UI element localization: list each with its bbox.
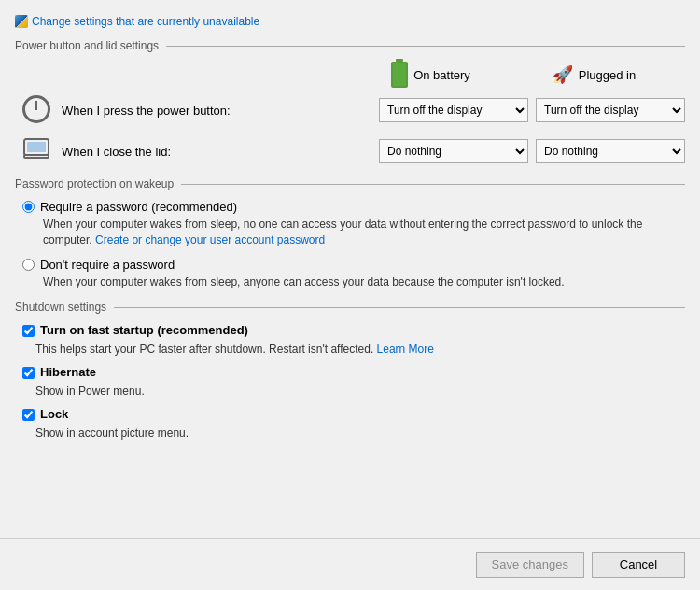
col-header-battery: On battery: [349, 62, 512, 88]
section-title-shutdown: Shutdown settings: [15, 301, 106, 314]
close-lid-label: When I close the lid:: [62, 145, 379, 159]
fast-startup-checkbox-row: Turn on fast startup (recommended): [15, 323, 685, 337]
hibernate-checkbox-row: Hibernate: [15, 365, 685, 379]
require-password-option: Require a password (recommended) When yo…: [15, 200, 685, 248]
lock-desc: Show in account picture menu.: [15, 427, 685, 440]
shutdown-section: Shutdown settings Turn on fast startup (…: [15, 301, 685, 440]
battery-icon: [391, 62, 408, 88]
fast-startup-checkbox[interactable]: [22, 325, 35, 337]
close-lid-row: When I close the lid: Do nothing Sleep H…: [15, 136, 685, 166]
section-header-power: Power button and lid settings: [15, 39, 685, 52]
power-button-dropdowns: Turn off the display Do nothing Sleep Hi…: [379, 98, 685, 122]
no-password-radio[interactable]: [22, 259, 35, 271]
shield-link-container: Change settings that are currently unava…: [15, 15, 685, 28]
change-settings-link[interactable]: Change settings that are currently unava…: [32, 15, 259, 28]
lock-checkbox-row: Lock: [15, 407, 685, 421]
power-button-plugged-select[interactable]: Turn off the display Do nothing Sleep Hi…: [536, 98, 685, 122]
shield-icon: [15, 15, 28, 28]
section-header-shutdown: Shutdown settings: [15, 301, 685, 314]
learn-more-link[interactable]: Learn More: [377, 343, 434, 356]
require-password-desc: When your computer wakes from sleep, no …: [22, 217, 685, 248]
power-button-row: When I press the power button: Turn off …: [15, 95, 685, 125]
plugged-icon: 🚀: [553, 64, 573, 85]
no-password-option: Don't require a password When your compu…: [15, 258, 685, 290]
require-password-radio-row: Require a password (recommended): [22, 200, 685, 214]
col-battery-label: On battery: [413, 68, 470, 82]
lid-battery-select[interactable]: Do nothing Sleep Hibernate Shut down Tur…: [379, 139, 528, 163]
svg-rect-2: [27, 142, 46, 152]
section-title-power: Power button and lid settings: [15, 39, 159, 52]
section-divider-shutdown: [114, 307, 685, 308]
lock-checkbox[interactable]: [22, 409, 35, 421]
section-header-password: Password protection on wakeup: [15, 177, 685, 190]
col-header-plugged: 🚀 Plugged in: [512, 62, 676, 88]
laptop-lid-svg: [22, 137, 50, 163]
power-button-label: When I press the power button:: [62, 104, 379, 118]
section-divider-password: [181, 184, 685, 185]
power-button-battery-select[interactable]: Turn off the display Do nothing Sleep Hi…: [379, 98, 528, 122]
bottom-bar: Save changes Cancel: [0, 538, 700, 590]
col-plugged-label: Plugged in: [579, 68, 636, 82]
section-title-password: Password protection on wakeup: [15, 177, 174, 190]
create-password-link[interactable]: Create or change your user account passw…: [95, 233, 325, 246]
svg-rect-1: [24, 155, 49, 158]
lock-label[interactable]: Lock: [40, 407, 68, 421]
lid-dropdowns: Do nothing Sleep Hibernate Shut down Tur…: [379, 139, 685, 163]
fast-startup-desc: This helps start your PC faster after sh…: [15, 343, 685, 356]
no-password-desc: When your computer wakes from sleep, any…: [22, 274, 685, 290]
require-password-label[interactable]: Require a password (recommended): [40, 200, 237, 214]
no-password-label[interactable]: Don't require a password: [40, 258, 175, 272]
lock-item: Lock Show in account picture menu.: [15, 407, 685, 440]
lid-setting-icon: [22, 136, 52, 166]
hibernate-label[interactable]: Hibernate: [40, 365, 96, 379]
require-password-radio[interactable]: [22, 201, 35, 213]
hibernate-desc: Show in Power menu.: [15, 385, 685, 398]
column-headers: On battery 🚀 Plugged in: [15, 62, 685, 88]
section-divider-power: [166, 46, 685, 47]
save-changes-button[interactable]: Save changes: [476, 552, 584, 578]
no-password-radio-row: Don't require a password: [22, 258, 685, 272]
lid-plugged-select[interactable]: Do nothing Sleep Hibernate Shut down Tur…: [536, 139, 685, 163]
hibernate-item: Hibernate Show in Power menu.: [15, 365, 685, 398]
cancel-button[interactable]: Cancel: [592, 552, 685, 578]
power-button-lid-section: Power button and lid settings On battery…: [15, 39, 685, 166]
hibernate-checkbox[interactable]: [22, 367, 35, 379]
fast-startup-item: Turn on fast startup (recommended) This …: [15, 323, 685, 356]
power-circle-icon: [22, 95, 50, 123]
fast-startup-label[interactable]: Turn on fast startup (recommended): [40, 323, 248, 337]
power-button-setting-icon: [22, 95, 52, 125]
password-section: Password protection on wakeup Require a …: [15, 177, 685, 289]
lid-icon: [22, 136, 50, 164]
